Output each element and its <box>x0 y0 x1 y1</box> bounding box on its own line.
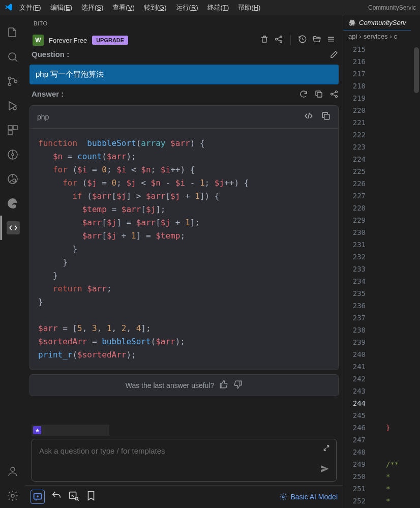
bito-header: W Forever Free UPGRADE <box>25 32 343 49</box>
model-selector[interactable]: Basic AI Model <box>279 493 338 501</box>
user-chip: ★ <box>32 425 109 436</box>
panel-title: BITO <box>25 15 343 32</box>
extensions-icon[interactable] <box>1 118 25 142</box>
bookmark-icon[interactable] <box>85 490 97 503</box>
code-language: php <box>37 113 49 121</box>
line-gutter: 2152162172182192202212222232242252262272… <box>343 42 374 508</box>
window-title: CommunityServic <box>368 4 416 11</box>
menu-s[interactable]: 选择(S) <box>81 4 103 11</box>
undo-icon[interactable] <box>51 490 62 503</box>
svg-point-4 <box>13 107 16 110</box>
settings-gear-icon[interactable] <box>1 484 25 508</box>
bito-panel: BITO W Forever Free UPGRADE Question : p… <box>25 15 343 508</box>
open-folder-icon[interactable] <box>312 35 321 46</box>
activity-bar <box>0 15 25 508</box>
svg-rect-5 <box>8 126 12 130</box>
editor-tab[interactable]: 🐘 CommunityServ <box>343 15 411 31</box>
insert-code-icon[interactable] <box>304 111 314 123</box>
feedback-bar: Was the last answer useful? <box>29 374 339 396</box>
bito-icon[interactable] <box>1 216 25 240</box>
search-icon[interactable] <box>1 45 25 69</box>
source-control-icon[interactable] <box>1 69 25 94</box>
svg-point-24 <box>75 497 78 500</box>
edge-icon[interactable] <box>1 191 25 216</box>
expand-icon[interactable] <box>323 444 330 454</box>
code-block: php function bubbleSort(array $arr) { $n… <box>29 105 339 370</box>
svg-point-12 <box>11 467 15 471</box>
thumbs-down-icon[interactable] <box>233 380 243 391</box>
remote-icon[interactable] <box>1 167 25 191</box>
star-icon: ★ <box>33 426 41 434</box>
workspace-badge: W <box>33 35 44 46</box>
share-icon[interactable] <box>274 35 283 46</box>
send-icon[interactable] <box>320 464 330 476</box>
svg-point-11 <box>13 179 16 182</box>
menu-t[interactable]: 终端(T) <box>207 4 229 11</box>
php-file-icon: 🐘 <box>348 19 356 26</box>
menu-h[interactable]: 帮助(H) <box>238 4 260 11</box>
ask-input[interactable]: Ask a question or type / for templates <box>32 439 337 482</box>
ask-placeholder: Ask a question or type / for templates <box>39 446 165 455</box>
svg-point-1 <box>9 77 11 80</box>
title-bar: 文件(F)编辑(E)选择(S)查看(V)转到(G)运行(R)终端(T)帮助(H)… <box>0 0 420 15</box>
svg-rect-6 <box>13 126 17 130</box>
menu-icon[interactable] <box>326 35 336 46</box>
svg-point-3 <box>15 80 17 83</box>
menu-f[interactable]: 文件(F) <box>19 4 41 11</box>
question-label: Question : <box>32 50 69 58</box>
menu-g[interactable]: 转到(G) <box>144 4 167 11</box>
svg-rect-17 <box>317 93 322 97</box>
explorer-icon[interactable] <box>1 20 25 45</box>
image-search-icon[interactable] <box>68 490 79 503</box>
editor-tabs: 🐘 CommunityServ <box>343 15 420 31</box>
copy-code-icon[interactable] <box>321 111 331 123</box>
menu-r[interactable]: 运行(R) <box>176 4 198 11</box>
breadcrumbs[interactable]: api›services›c <box>343 31 420 42</box>
gitlens-icon[interactable] <box>1 142 25 167</box>
copy-icon[interactable] <box>314 89 323 101</box>
run-debug-icon[interactable] <box>1 94 25 118</box>
svg-point-25 <box>282 496 284 498</box>
answer-label: Answer : <box>32 89 64 98</box>
svg-rect-7 <box>8 131 12 135</box>
question-text: php 写一个冒泡算法 <box>29 65 339 84</box>
editor-content[interactable]: } /** * * * <box>374 42 420 508</box>
share-answer-icon[interactable] <box>329 89 339 101</box>
plan-label: Forever Free <box>49 37 87 44</box>
history-icon[interactable] <box>298 35 307 46</box>
menu-e[interactable]: 编辑(E) <box>50 4 72 11</box>
new-chat-button[interactable] <box>31 490 45 504</box>
upgrade-button[interactable]: UPGRADE <box>92 36 128 45</box>
accounts-icon[interactable] <box>1 459 25 484</box>
thumbs-up-icon[interactable] <box>219 380 228 391</box>
feedback-text: Was the last answer useful? <box>126 381 215 390</box>
svg-rect-21 <box>324 114 329 119</box>
editor-area: 🐘 CommunityServ api›services›c 215216217… <box>343 15 420 508</box>
regenerate-icon[interactable] <box>299 89 308 101</box>
vscode-icon <box>4 3 13 13</box>
code-content: function bubbleSort(array $arr) { $n = c… <box>30 129 338 370</box>
svg-point-0 <box>9 53 16 60</box>
svg-point-9 <box>12 154 14 156</box>
trash-icon[interactable] <box>260 35 269 46</box>
bito-bottom-bar: Basic AI Model <box>25 485 343 508</box>
menu-v[interactable]: 查看(V) <box>112 4 134 11</box>
scrollbar-thumb[interactable] <box>414 47 419 93</box>
edit-icon[interactable] <box>329 50 339 61</box>
svg-point-13 <box>11 494 14 497</box>
svg-point-2 <box>9 83 11 86</box>
